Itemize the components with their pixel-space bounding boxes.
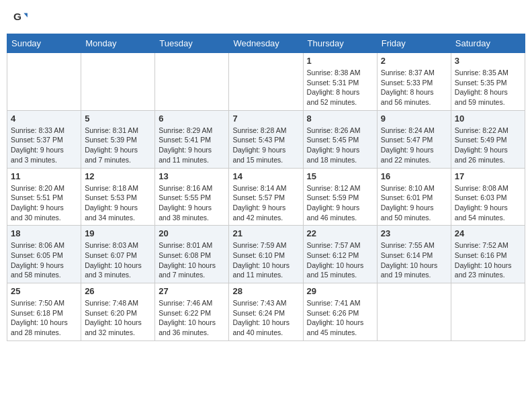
calendar-cell: 5Sunrise: 8:31 AM Sunset: 5:39 PM Daylig…: [81, 110, 155, 168]
day-info: Sunrise: 8:10 AM Sunset: 6:01 PM Dayligh…: [381, 183, 447, 223]
calendar-cell: 19Sunrise: 8:03 AM Sunset: 6:07 PM Dayli…: [81, 226, 155, 283]
day-number: 17: [455, 171, 521, 181]
calendar-cell: 27Sunrise: 7:46 AM Sunset: 6:22 PM Dayli…: [155, 283, 229, 341]
calendar-cell: [451, 283, 525, 341]
calendar-cell: 15Sunrise: 8:12 AM Sunset: 5:59 PM Dayli…: [303, 168, 377, 226]
day-info: Sunrise: 8:03 AM Sunset: 6:07 PM Dayligh…: [85, 240, 151, 280]
day-info: Sunrise: 7:57 AM Sunset: 6:12 PM Dayligh…: [307, 240, 373, 280]
day-number: 14: [232, 171, 299, 181]
day-number: 11: [11, 171, 77, 181]
day-info: Sunrise: 8:29 AM Sunset: 5:41 PM Dayligh…: [159, 126, 225, 165]
day-info: Sunrise: 7:48 AM Sunset: 6:20 PM Dayligh…: [85, 298, 151, 338]
day-info: Sunrise: 8:26 AM Sunset: 5:45 PM Dayligh…: [307, 126, 373, 165]
calendar-cell: 20Sunrise: 8:01 AM Sunset: 6:08 PM Dayli…: [155, 226, 229, 283]
day-number: 12: [85, 171, 151, 181]
day-of-week-header: Monday: [81, 34, 155, 53]
day-number: 19: [85, 228, 151, 238]
day-info: Sunrise: 7:43 AM Sunset: 6:24 PM Dayligh…: [232, 298, 299, 338]
calendar-cell: 3Sunrise: 8:35 AM Sunset: 5:35 PM Daylig…: [451, 53, 525, 111]
day-number: 23: [381, 228, 447, 238]
day-number: 21: [232, 228, 299, 238]
calendar-cell: 14Sunrise: 8:14 AM Sunset: 5:57 PM Dayli…: [229, 168, 303, 226]
day-number: 8: [307, 113, 373, 124]
day-of-week-header: Saturday: [451, 34, 525, 53]
day-number: 16: [381, 171, 447, 181]
day-info: Sunrise: 7:59 AM Sunset: 6:10 PM Dayligh…: [232, 240, 299, 280]
day-number: 15: [307, 171, 373, 181]
calendar-cell: 6Sunrise: 8:29 AM Sunset: 5:41 PM Daylig…: [155, 110, 229, 168]
calendar-week-row: 11Sunrise: 8:20 AM Sunset: 5:51 PM Dayli…: [7, 168, 525, 226]
day-info: Sunrise: 8:06 AM Sunset: 6:05 PM Dayligh…: [11, 240, 77, 280]
day-number: 3: [455, 56, 521, 66]
calendar-cell: 18Sunrise: 8:06 AM Sunset: 6:05 PM Dayli…: [7, 226, 81, 283]
day-number: 24: [455, 228, 521, 238]
day-number: 18: [11, 228, 77, 238]
svg-marker-1: [24, 13, 28, 17]
calendar-header-row: SundayMondayTuesdayWednesdayThursdayFrid…: [7, 34, 525, 53]
calendar-week-row: 1Sunrise: 8:38 AM Sunset: 5:31 PM Daylig…: [7, 53, 525, 111]
day-number: 10: [455, 113, 521, 124]
day-info: Sunrise: 7:46 AM Sunset: 6:22 PM Dayligh…: [159, 298, 225, 338]
day-number: 27: [159, 286, 225, 296]
calendar-cell: 25Sunrise: 7:50 AM Sunset: 6:18 PM Dayli…: [7, 283, 81, 341]
calendar-cell: 13Sunrise: 8:16 AM Sunset: 5:55 PM Dayli…: [155, 168, 229, 226]
day-of-week-header: Wednesday: [229, 34, 303, 53]
calendar-cell: 7Sunrise: 8:28 AM Sunset: 5:43 PM Daylig…: [229, 110, 303, 168]
day-info: Sunrise: 8:31 AM Sunset: 5:39 PM Dayligh…: [85, 126, 151, 165]
day-number: 5: [85, 113, 151, 124]
calendar-week-row: 4Sunrise: 8:33 AM Sunset: 5:37 PM Daylig…: [7, 110, 525, 168]
day-number: 26: [85, 286, 151, 296]
day-info: Sunrise: 8:37 AM Sunset: 5:33 PM Dayligh…: [381, 68, 447, 107]
day-info: Sunrise: 8:20 AM Sunset: 5:51 PM Dayligh…: [11, 183, 77, 223]
day-of-week-header: Friday: [377, 34, 451, 53]
calendar-cell: 29Sunrise: 7:41 AM Sunset: 6:26 PM Dayli…: [303, 283, 377, 341]
calendar-cell: 23Sunrise: 7:55 AM Sunset: 6:14 PM Dayli…: [377, 226, 451, 283]
day-number: 2: [381, 56, 447, 66]
day-info: Sunrise: 8:38 AM Sunset: 5:31 PM Dayligh…: [307, 68, 373, 107]
calendar-cell: 12Sunrise: 8:18 AM Sunset: 5:53 PM Dayli…: [81, 168, 155, 226]
day-info: Sunrise: 8:28 AM Sunset: 5:43 PM Dayligh…: [232, 126, 299, 165]
calendar-table: SundayMondayTuesdayWednesdayThursdayFrid…: [7, 34, 525, 341]
calendar-cell: [81, 53, 155, 111]
day-number: 13: [159, 171, 225, 181]
day-info: Sunrise: 7:55 AM Sunset: 6:14 PM Dayligh…: [381, 240, 447, 280]
day-info: Sunrise: 8:22 AM Sunset: 5:49 PM Dayligh…: [455, 126, 521, 165]
calendar-cell: 8Sunrise: 8:26 AM Sunset: 5:45 PM Daylig…: [303, 110, 377, 168]
calendar-cell: 1Sunrise: 8:38 AM Sunset: 5:31 PM Daylig…: [303, 53, 377, 111]
day-info: Sunrise: 7:50 AM Sunset: 6:18 PM Dayligh…: [11, 298, 77, 338]
day-number: 1: [307, 56, 373, 66]
day-number: 20: [159, 228, 225, 238]
calendar-cell: [377, 283, 451, 341]
logo-icon: G: [13, 10, 28, 25]
calendar-cell: 26Sunrise: 7:48 AM Sunset: 6:20 PM Dayli…: [81, 283, 155, 341]
calendar-week-row: 25Sunrise: 7:50 AM Sunset: 6:18 PM Dayli…: [7, 283, 525, 341]
day-info: Sunrise: 8:18 AM Sunset: 5:53 PM Dayligh…: [85, 183, 151, 223]
calendar-cell: 22Sunrise: 7:57 AM Sunset: 6:12 PM Dayli…: [303, 226, 377, 283]
calendar-cell: 4Sunrise: 8:33 AM Sunset: 5:37 PM Daylig…: [7, 110, 81, 168]
calendar-cell: [7, 53, 81, 111]
day-info: Sunrise: 8:01 AM Sunset: 6:08 PM Dayligh…: [159, 240, 225, 280]
day-info: Sunrise: 8:12 AM Sunset: 5:59 PM Dayligh…: [307, 183, 373, 223]
day-of-week-header: Thursday: [303, 34, 377, 53]
calendar-cell: [155, 53, 229, 111]
day-info: Sunrise: 8:16 AM Sunset: 5:55 PM Dayligh…: [159, 183, 225, 223]
day-info: Sunrise: 8:08 AM Sunset: 6:03 PM Dayligh…: [455, 183, 521, 223]
calendar-cell: 11Sunrise: 8:20 AM Sunset: 5:51 PM Dayli…: [7, 168, 81, 226]
day-info: Sunrise: 7:52 AM Sunset: 6:16 PM Dayligh…: [455, 240, 521, 280]
day-number: 28: [232, 286, 299, 296]
calendar-cell: 21Sunrise: 7:59 AM Sunset: 6:10 PM Dayli…: [229, 226, 303, 283]
calendar-cell: 10Sunrise: 8:22 AM Sunset: 5:49 PM Dayli…: [451, 110, 525, 168]
day-of-week-header: Sunday: [7, 34, 81, 53]
day-number: 7: [232, 113, 299, 124]
logo: G: [13, 10, 31, 25]
svg-text:G: G: [13, 11, 21, 22]
day-info: Sunrise: 8:24 AM Sunset: 5:47 PM Dayligh…: [381, 126, 447, 165]
day-info: Sunrise: 8:33 AM Sunset: 5:37 PM Dayligh…: [11, 126, 77, 165]
day-info: Sunrise: 7:41 AM Sunset: 6:26 PM Dayligh…: [307, 298, 373, 338]
day-number: 22: [307, 228, 373, 238]
day-number: 29: [307, 286, 373, 296]
calendar-week-row: 18Sunrise: 8:06 AM Sunset: 6:05 PM Dayli…: [7, 226, 525, 283]
calendar-cell: 24Sunrise: 7:52 AM Sunset: 6:16 PM Dayli…: [451, 226, 525, 283]
calendar-cell: 16Sunrise: 8:10 AM Sunset: 6:01 PM Dayli…: [377, 168, 451, 226]
day-number: 25: [11, 286, 77, 296]
